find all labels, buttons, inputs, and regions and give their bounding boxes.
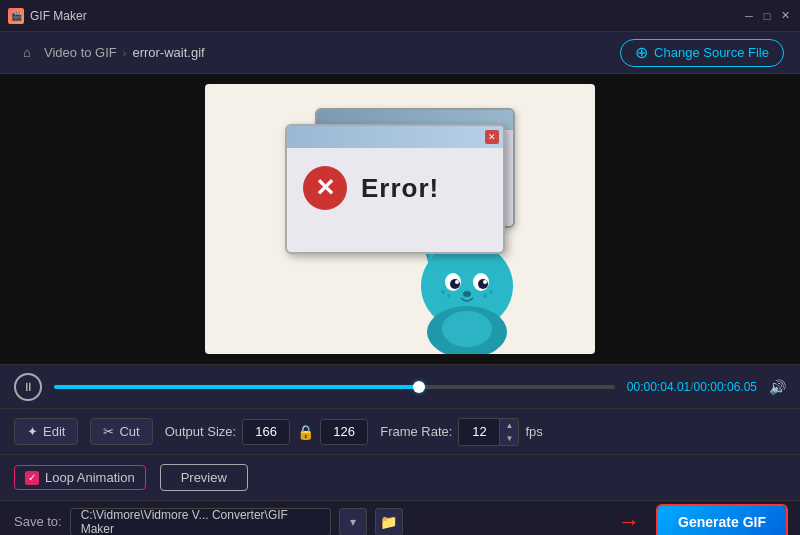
- svg-point-10: [455, 280, 459, 284]
- minimize-button[interactable]: ─: [742, 9, 756, 23]
- pause-button[interactable]: ⏸: [14, 373, 42, 401]
- loop-animation-checkbox[interactable]: ✓ Loop Animation: [14, 465, 146, 490]
- progress-track[interactable]: [54, 385, 615, 389]
- error-icon: ✕: [303, 166, 347, 210]
- error-window-content: ✕ Error!: [287, 148, 503, 228]
- title-bar-controls: ─ □ ✕: [742, 9, 792, 23]
- fps-arrows: ▲ ▼: [499, 419, 518, 445]
- time-display: 00:00:04.01/00:00:06.05: [627, 380, 757, 394]
- save-path-display: C:\Vidmore\Vidmore V... Converter\GIF Ma…: [70, 508, 331, 536]
- current-time: 00:00:04.01: [627, 380, 690, 394]
- progress-fill: [54, 385, 419, 389]
- save-path-text: C:\Vidmore\Vidmore V... Converter\GIF Ma…: [81, 508, 320, 536]
- title-bar-title: GIF Maker: [30, 9, 87, 23]
- fps-input-container: ▲ ▼: [458, 418, 519, 446]
- frame-rate-group: Frame Rate: ▲ ▼ fps: [380, 418, 543, 446]
- breadcrumb: ⌂ Video to GIF › error-wait.gif: [16, 42, 205, 64]
- output-size-group: Output Size: 🔒: [165, 419, 369, 445]
- svg-point-15: [489, 290, 493, 294]
- edit-icon: ✦: [27, 424, 38, 439]
- title-bar-left: 🎬 GIF Maker: [8, 8, 87, 24]
- save-to-label: Save to:: [14, 514, 62, 529]
- edit-label: Edit: [43, 424, 65, 439]
- gif-preview: ✕ ✕ Error!: [205, 84, 595, 354]
- cut-button[interactable]: ✂ Cut: [90, 418, 152, 445]
- maximize-button[interactable]: □: [760, 9, 774, 23]
- plus-circle-icon: ⊕: [635, 45, 648, 61]
- preview-area: ✕ ✕ Error!: [0, 74, 800, 364]
- loop-preview-bar: ✓ Loop Animation Preview: [0, 454, 800, 500]
- svg-point-17: [442, 311, 492, 347]
- fps-down-button[interactable]: ▼: [500, 432, 518, 445]
- title-bar: 🎬 GIF Maker ─ □ ✕: [0, 0, 800, 32]
- arrow-indicator: →: [411, 509, 650, 535]
- svg-point-13: [441, 290, 445, 294]
- svg-point-11: [483, 280, 487, 284]
- loop-check-icon: ✓: [25, 471, 39, 485]
- close-button[interactable]: ✕: [778, 9, 792, 23]
- output-size-label: Output Size:: [165, 424, 237, 439]
- svg-point-9: [478, 279, 488, 289]
- breadcrumb-filename: error-wait.gif: [132, 45, 204, 60]
- height-input[interactable]: [320, 419, 368, 445]
- fps-up-button[interactable]: ▲: [500, 419, 518, 432]
- fps-input[interactable]: [459, 419, 499, 445]
- error-window-close-icon: ✕: [485, 130, 499, 144]
- cut-icon: ✂: [103, 424, 114, 439]
- svg-point-16: [483, 294, 487, 298]
- playback-bar: ⏸ 00:00:04.01/00:00:06.05 🔊: [0, 364, 800, 408]
- error-window-foreground: ✕ ✕ Error!: [285, 124, 505, 254]
- cut-label: Cut: [119, 424, 139, 439]
- generate-gif-button[interactable]: Generate GIF: [658, 506, 786, 536]
- edit-button[interactable]: ✦ Edit: [14, 418, 78, 445]
- frame-rate-label: Frame Rate:: [380, 424, 452, 439]
- red-arrow-icon: →: [618, 509, 640, 535]
- change-source-label: Change Source File: [654, 45, 769, 60]
- save-dropdown-button[interactable]: ▾: [339, 508, 367, 536]
- total-time: 00:00:06.05: [694, 380, 757, 394]
- open-folder-button[interactable]: 📁: [375, 508, 403, 536]
- breadcrumb-separator: ›: [123, 47, 127, 59]
- controls-bar: ✦ Edit ✂ Cut Output Size: 🔒 Frame Rate: …: [0, 408, 800, 454]
- error-window-titlebar: ✕: [287, 126, 503, 148]
- breadcrumb-video-to-gif[interactable]: Video to GIF: [44, 45, 117, 60]
- lock-icon[interactable]: 🔒: [296, 423, 314, 441]
- loop-animation-label: Loop Animation: [45, 470, 135, 485]
- progress-thumb[interactable]: [413, 381, 425, 393]
- svg-point-12: [463, 291, 471, 297]
- width-input[interactable]: [242, 419, 290, 445]
- svg-point-8: [450, 279, 460, 289]
- svg-point-14: [447, 294, 451, 298]
- pause-icon: ⏸: [22, 380, 34, 394]
- fps-unit-label: fps: [525, 424, 542, 439]
- preview-button[interactable]: Preview: [160, 464, 248, 491]
- save-bar: Save to: C:\Vidmore\Vidmore V... Convert…: [0, 500, 800, 535]
- app-icon: 🎬: [8, 8, 24, 24]
- toolbar: ⌂ Video to GIF › error-wait.gif ⊕ Change…: [0, 32, 800, 74]
- home-icon[interactable]: ⌂: [16, 42, 38, 64]
- volume-icon[interactable]: 🔊: [769, 379, 786, 395]
- change-source-button[interactable]: ⊕ Change Source File: [620, 39, 784, 67]
- error-text: Error!: [361, 173, 439, 204]
